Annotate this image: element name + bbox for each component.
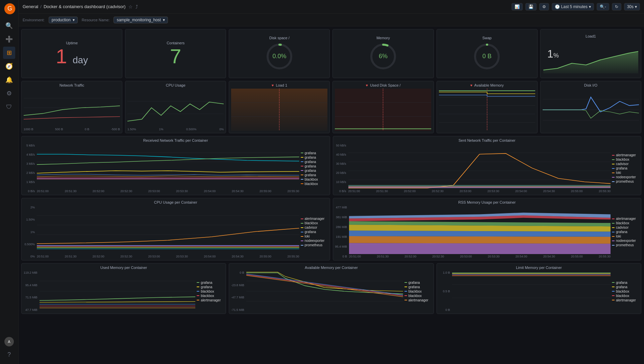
cpu-rss-row: CPU Usage per Container 2%1.50%1%0.500%0… [21, 198, 641, 260]
load1-panel: Load1 1% [540, 29, 641, 78]
available-memory-container-legend: grafana grafana blackbox blackbox alertm… [404, 271, 431, 312]
available-memory-container-chart-area: 0 B-23.8 MiB-47.7 MiB-71.5 MiB [231, 271, 431, 312]
available-memory-panel: ♥ Available Memory [437, 81, 538, 133]
cpu-container-legend: alertmanager blackbox cadvisor grafana l… [301, 206, 328, 258]
stats-row: Uptime 1 day Containers 7 Disk space / [21, 29, 641, 78]
available-memory-container-yaxis: 0 B-23.8 MiB-47.7 MiB-71.5 MiB [231, 271, 245, 312]
legend-cadvisor: cadvisor [612, 162, 639, 166]
rss-memory-legend: alertmanager blackbox cadvisor grafana l… [612, 206, 639, 258]
disk-space-gauge: 0.0% [264, 41, 295, 72]
sent-network-title: Sent Network Traffic per Container [335, 138, 639, 142]
share-icon[interactable]: ⤴ [135, 4, 138, 9]
network-container-row: Received Network Traffic per Container 5… [21, 136, 641, 195]
sidebar: G 🔍 ➕ ⊞ 🧭 🔔 ⚙ 🛡 A ? [0, 0, 19, 364]
sent-network-chart-area: 50 kB/s40 kB/s30 kB/s20 kB/s10 kB/s0 B/s [335, 144, 639, 193]
legend-grafana1: grafana [301, 151, 328, 155]
limit-memory-title: Limit Memory per Container [439, 266, 639, 270]
legend-grafana3: grafana [301, 160, 328, 164]
dashboard: Uptime 1 day Containers 7 Disk space / [19, 26, 644, 364]
rss-memory-xaxis: 20:51:0020:51:3020:52:0020:52:3020:53:00… [349, 255, 611, 258]
sidebar-item-shield[interactable]: 🛡 [3, 101, 15, 113]
sidebar-item-dashboards[interactable]: ⊞ [3, 47, 15, 59]
network-traffic-panel: Network Traffic 1000 B500 B0 B-500 B [21, 81, 122, 133]
time-range-button[interactable]: 🕐 Last 5 minutes ▾ [552, 3, 594, 10]
used-memory-yaxis: 119.2 MiB95.4 MiB71.5 MiB47.7 MiB [24, 271, 38, 312]
disk-io-panel: Disk I/O [540, 81, 641, 133]
load1-title: Load1 [586, 34, 596, 38]
heart-icon: ♥ [272, 83, 274, 87]
disk-space-panel: Disk space / 0.0% [229, 29, 330, 78]
grafana-logo[interactable]: G [4, 3, 15, 14]
refresh-rate-button[interactable]: 30s ▾ [624, 3, 640, 10]
sidebar-item-explore[interactable]: 🧭 [3, 60, 15, 72]
load1-chart-panel: ♥ Load 1 [229, 81, 330, 133]
swap-panel: Swap 0 B [437, 29, 538, 78]
received-network-chart [37, 144, 299, 189]
rss-memory-chart-area: 477 MiB381 MiB286 MiB191 MiB95.4 MiB0 B [335, 206, 639, 258]
star-icon[interactable]: ☆ [128, 4, 133, 9]
heart-icon2: ♥ [366, 83, 368, 87]
main-content: General / Docker & containers dashboard … [19, 0, 644, 364]
limit-memory-chart [452, 271, 611, 312]
sidebar-item-search[interactable]: 🔍 [3, 20, 15, 32]
sidebar-item-settings[interactable]: ⚙ [3, 87, 15, 99]
resource-name-filter[interactable]: sample_monitoring_host ▾ [114, 17, 168, 23]
sidebar-item-help[interactable]: ? [3, 348, 15, 361]
add-panel-button[interactable]: 📊 [512, 3, 523, 10]
environment-filter[interactable]: production ▾ [49, 17, 78, 23]
breadcrumb-dashboard: Docker & containers dashboard (cadvisor) [44, 4, 126, 9]
breadcrumb: General / Docker & containers dashboard … [23, 4, 126, 9]
used-memory-chart [40, 271, 196, 312]
chevron-down-icon: ▾ [589, 4, 591, 9]
refresh-chevron-icon: ▾ [635, 4, 637, 9]
received-network-chart-area: 5 kB/s4 kB/s3 kB/s2 kB/s1 kB/s0 B/s [24, 144, 328, 193]
settings-button[interactable]: ⚙ [539, 3, 549, 10]
refresh-button[interactable]: ↻ [612, 3, 621, 10]
heart-icon3: ♥ [470, 83, 473, 87]
rss-memory-title: RSS Memory Usage per Container [335, 200, 639, 204]
received-network-title: Received Network Traffic per Container [24, 138, 328, 142]
cpu-container-xaxis: 20:51:0020:51:3020:52:0020:52:3020:53:00… [37, 255, 299, 258]
avatar[interactable]: A [4, 337, 14, 346]
load1-value: 1% [547, 47, 559, 60]
swap-value: 0 B [482, 53, 492, 60]
cpu-usage-chart [127, 89, 224, 127]
disk-space-title: Disk space / [269, 36, 290, 40]
sidebar-item-alerts[interactable]: 🔔 [3, 74, 15, 86]
legend-blackbox2: blackbox [301, 182, 328, 186]
rss-memory-chart [349, 206, 611, 254]
containers-title: Containers [167, 41, 184, 45]
resource-name-value: sample_monitoring_host [117, 18, 161, 22]
time-range-label: Last 5 minutes [561, 4, 588, 9]
breadcrumb-general[interactable]: General [23, 4, 38, 9]
legend-grafana6: grafana [301, 173, 328, 177]
load1-chart-title: ♥ Load 1 [231, 83, 327, 87]
resource-name-label: Resource Name: [82, 18, 110, 22]
legend-grafana4: grafana [301, 164, 328, 168]
limit-memory-legend: grafana grafana blackbox blackbox alertm… [612, 271, 639, 312]
load1-chart [231, 89, 327, 131]
sidebar-item-new[interactable]: ➕ [3, 33, 15, 45]
memory-panel: Memory 6% [332, 29, 434, 78]
containers-panel: Containers 7 [125, 29, 226, 78]
sent-network-panel: Sent Network Traffic per Container 50 kB… [333, 136, 642, 195]
memory-title: Memory [376, 36, 390, 40]
sent-network-xaxis: 20:51:0020:51:3020:52:0020:52:3020:53:00… [348, 189, 611, 193]
available-memory-container-title: Available Memory per Container [231, 266, 431, 270]
save-button[interactable]: 💾 [525, 3, 537, 10]
zoom-out-button[interactable]: 🔍- [597, 3, 609, 10]
network-traffic-xaxis: 1000 B500 B0 B-500 B [24, 128, 120, 131]
disk-io-chart [543, 89, 639, 131]
rss-memory-panel: RSS Memory Usage per Container 477 MiB38… [333, 198, 642, 260]
used-memory-chart-area: 119.2 MiB95.4 MiB71.5 MiB47.7 MiB [24, 271, 224, 312]
legend-blackbox1: blackbox [301, 178, 328, 181]
limit-memory-yaxis: 1.0 B0.5 B0 B [439, 271, 451, 312]
env-chevron-icon: ▾ [73, 18, 75, 22]
environment-label: Environment: [23, 18, 45, 22]
available-memory-container-panel: Available Memory per Container 0 B-23.8 … [229, 263, 434, 314]
topbar: General / Docker & containers dashboard … [19, 0, 644, 14]
memory-row: Used Memory per Container 119.2 MiB95.4 … [21, 263, 641, 314]
network-traffic-chart [24, 89, 120, 127]
legend-blackbox: blackbox [612, 158, 639, 161]
legend-nodeexporter: nodeexporter [612, 175, 639, 179]
